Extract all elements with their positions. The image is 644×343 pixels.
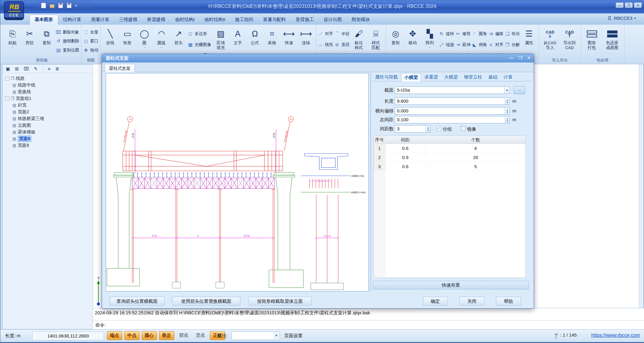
group-button[interactable]: ❏ 组合: [505, 31, 520, 37]
app-logo[interactable]: RB CCE: [4, 1, 24, 20]
tab-temp-structure-2[interactable]: 临时结构II: [200, 15, 230, 25]
capture-elevation-button[interactable]: 按矩形框截取梁体立面: [248, 297, 312, 306]
tab-properties-loads[interactable]: 属性与荷载: [372, 73, 401, 81]
lateral-offset-spinner[interactable]: ▲▼: [505, 108, 510, 114]
tree-leaf[interactable]: ▤ 页面2: [12, 108, 93, 115]
dim-diameter-button[interactable]: ⊘ 直径: [334, 42, 350, 48]
pack-graphics-button[interactable]: 图形 打包: [582, 25, 602, 57]
table-row[interactable]: 2 0.9 26: [374, 153, 525, 162]
extend-button[interactable]: ⇥ 延伸: [455, 42, 471, 48]
tree-leaf[interactable]: ▤ 封页: [12, 102, 93, 108]
section-browse-button[interactable]: ...: [514, 86, 525, 94]
close-dialog-button[interactable]: 关闭: [459, 297, 484, 306]
collapse-all-icon[interactable]: ≣: [55, 66, 59, 72]
table-row[interactable]: 1 0.6 4: [374, 144, 525, 153]
tree-node-pagegroup[interactable]: − ❐ 页面组1: [5, 95, 93, 102]
tab-foundation[interactable]: 基础: [486, 73, 500, 81]
tab-temp-structure-1[interactable]: 临时结构I: [170, 15, 200, 25]
tab-bridge-modeling[interactable]: 桥梁建模: [142, 15, 170, 25]
tab-bearing-beam[interactable]: 承重梁: [422, 73, 441, 81]
snap-intersection-toggle[interactable]: 交点: [193, 331, 208, 340]
offset-button[interactable]: ⇉ 偏移: [488, 31, 504, 37]
tree-leaf-selected[interactable]: ▤ 页面8: [12, 135, 93, 142]
page-setup-button[interactable]: 页面设置: [284, 333, 303, 339]
length-input[interactable]: 9.600 ▲▼: [395, 97, 510, 105]
snap-endpoint-toggle[interactable]: 端点: [107, 331, 122, 340]
delete-page-icon[interactable]: ⌧: [24, 66, 29, 72]
trim-button[interactable]: ✄ 修剪: [455, 31, 471, 37]
tab-construction-org[interactable]: 施工组织: [230, 15, 258, 25]
query-section-button[interactable]: 查询箭头位置横截面: [109, 297, 165, 306]
spacing-count-input[interactable]: 3 ▲▼: [395, 125, 431, 133]
dialog-maximize-icon[interactable]: ❐: [518, 55, 522, 60]
dim-align-button[interactable]: ⟋ 对齐: [318, 31, 333, 37]
paste-button[interactable]: ⎘ 粘贴 ⌄: [4, 25, 21, 57]
cut-button[interactable]: ✂ 剪切: [21, 25, 38, 57]
pan-button[interactable]: ✥ 拖动: [83, 48, 98, 53]
minimize-button[interactable]: —: [616, 2, 624, 8]
maximize-button[interactable]: ❐: [625, 2, 633, 8]
left-gap-input[interactable]: 0.100 ▲▼: [395, 116, 510, 123]
dim-radius-button[interactable]: ⌒ 半径: [334, 31, 350, 37]
tree-leaf[interactable]: ▤ 铁路桥梁三维: [12, 115, 93, 122]
polygon-button[interactable]: ⬠ 多边形: [188, 31, 212, 37]
collapse-icon[interactable]: −: [5, 76, 9, 80]
tree-leaf[interactable]: ▤ 梁体模板: [12, 129, 93, 135]
tab-quantity-material[interactable]: 算量与配料: [258, 15, 291, 25]
align-button[interactable]: ≡ 对齐: [488, 42, 504, 48]
tree-leaf[interactable]: ▤ 立面图: [12, 122, 93, 129]
dialog-tab[interactable]: 梁柱式支架: [104, 64, 135, 72]
copy-bitmap-button[interactable]: ▤ 复制位图: [56, 48, 79, 53]
zoom-fit-button[interactable]: ⛶ 全显: [83, 30, 98, 35]
group-checkbox[interactable]: ✓: [436, 126, 441, 131]
undo-delete-button[interactable]: ↺ 撤销删除: [56, 38, 79, 44]
scale-button[interactable]: ⤢ 缩放: [439, 42, 454, 48]
tab-small-crossbeam[interactable]: 小横梁: [401, 73, 421, 81]
dialog-drawing-area[interactable]: 14 15 K1+366.250 K2+089.250 区域 区域: [106, 73, 369, 292]
length-spinner[interactable]: ▲▼: [505, 98, 510, 104]
tree-node-line[interactable]: − ❐ 线路: [5, 75, 93, 82]
dim-linear-button[interactable]: ↔ 线性: [318, 42, 333, 48]
quick-layout-button[interactable]: 快速布置: [373, 281, 529, 289]
tab-addon-modules[interactable]: 附加模块: [347, 15, 375, 25]
expand-all-icon[interactable]: ≡: [48, 66, 51, 71]
website-link[interactable]: https://www.rbcce.com: [591, 333, 640, 338]
tree-leaf[interactable]: ▤ 线路中线: [12, 82, 93, 88]
chamfer-button[interactable]: ◣ 倒角: [472, 42, 487, 48]
tab-3d-modeling[interactable]: 三维建模: [114, 15, 142, 25]
add-group-icon[interactable]: ⊞: [15, 66, 19, 72]
unpack-graphics-button[interactable]: 包还原 成原图: [602, 25, 623, 57]
replace-section-button[interactable]: 使用箭头位置替换横截面: [172, 297, 240, 306]
dialog-title-bar[interactable]: 梁柱式支架 — ❐ ✕: [102, 54, 534, 62]
tab-survey-calc[interactable]: 测量计算: [86, 15, 114, 25]
canvas-vertical-scrollbar[interactable]: [639, 64, 644, 308]
section-combobox[interactable]: 5-I20a ▼: [395, 87, 510, 94]
add-page-icon[interactable]: ▣: [6, 66, 10, 72]
collapse-icon[interactable]: −: [5, 97, 9, 101]
left-gap-spinner[interactable]: ▲▼: [505, 117, 510, 123]
lateral-offset-input[interactable]: 0.000 ▲▼: [395, 107, 510, 115]
mirror-checkbox[interactable]: ✓: [461, 126, 465, 131]
export-cad-button[interactable]: CAD⤒ 导出到 CAD: [560, 25, 579, 57]
section-combo-arrow-icon[interactable]: ▼: [504, 87, 510, 94]
snap-perpendicular-toggle[interactable]: 垂足: [159, 331, 174, 340]
snap-tangent-toggle[interactable]: 切点: [176, 331, 191, 340]
tab-steel-pipe-column[interactable]: 钢管立柱: [461, 73, 485, 81]
dim-style-combobox[interactable]: ▼: [231, 331, 280, 340]
tab-cantilever[interactable]: 悬臂施工: [291, 15, 319, 25]
spacing-count-spinner[interactable]: ▲▼: [426, 126, 430, 132]
dialog-splitter[interactable]: [370, 73, 371, 292]
spacing-table[interactable]: 序号 间距 个数 1 0.6 4 2 0.9 26 3 0.6 5: [373, 136, 526, 278]
copy-button[interactable]: ⧉ 复制: [38, 25, 55, 57]
command-prompt[interactable]: 命令:: [93, 320, 644, 329]
tab-structure-calc[interactable]: 结构计算: [58, 15, 86, 25]
tab-design-output[interactable]: 设计出图: [319, 15, 347, 25]
delete-object-button[interactable]: ⌧ 删除对象: [56, 30, 79, 35]
snap-midpoint-toggle[interactable]: 中点: [124, 331, 140, 340]
ok-button[interactable]: 确定: [423, 297, 448, 306]
explode-button[interactable]: ❐ 分解: [505, 42, 520, 48]
zoom-window-button[interactable]: ◻ 窗口: [83, 38, 98, 44]
tab-basic-graphics[interactable]: 基本图形: [30, 15, 58, 25]
dialog-close-icon[interactable]: ✕: [527, 55, 531, 60]
dialog-minimize-icon[interactable]: —: [509, 55, 514, 60]
